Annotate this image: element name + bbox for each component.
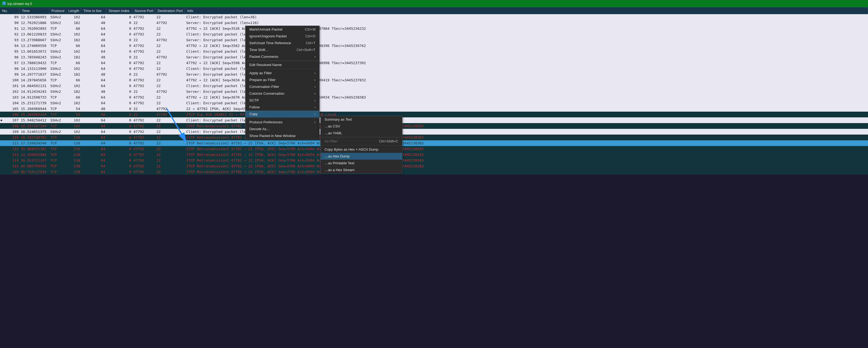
cell-ttl: 64 <box>81 15 106 19</box>
packet-row[interactable]: 10515.266968944TCP54480 224779222 → 4779… <box>0 106 868 112</box>
packet-row[interactable]: 8912.533386093SSHv2102640 4779222Client:… <box>0 14 868 20</box>
menu-item[interactable]: Conversation Filter› <box>246 83 319 90</box>
menu-item[interactable]: Edit Resolved Name <box>246 61 319 68</box>
menu-item[interactable]: Apply as Filter› <box>246 70 319 76</box>
col-sport[interactable]: Source Port <box>132 8 155 14</box>
menu-item[interactable]: SCTP› <box>246 97 319 104</box>
cell-ttl: 48 <box>81 107 106 111</box>
cell-length: 102 <box>66 118 81 122</box>
cell-info: [TCP Retransmission] 47792 → 22 [PSH, AC… <box>185 164 868 168</box>
menu-item[interactable]: Summary as Text <box>321 116 402 123</box>
packet-row[interactable]: 10114.684502131SSHv2102640 4779222Client… <box>0 83 868 89</box>
packet-row[interactable]: 10615.266969424TCP54480 2247792[TCP Dup … <box>0 112 868 117</box>
display-filter-bar[interactable]: tcp.stream eq 0 <box>0 0 868 7</box>
menu-item[interactable]: Mark/Unmark PacketCtrl+M <box>246 26 319 33</box>
menu-item[interactable]: Set/Unset Time ReferenceCtrl+T <box>246 40 319 46</box>
cell-sport: 47792 <box>132 170 155 174</box>
packet-row[interactable]: 11219.084025201TCP138640 4779222[TCP Ret… <box>0 146 868 152</box>
cell-time: 14.297771637 <box>20 72 49 76</box>
packet-row[interactable]: 9914.297771637SSHv2182480 2247792Server:… <box>0 71 868 77</box>
menu-item-label: Prepare as Filter <box>249 78 276 82</box>
packet-row[interactable]: 9713.786019432TCP66640 477922247792 → 22… <box>0 60 868 66</box>
cell-time: 22.336831984 <box>20 152 49 157</box>
filter-text[interactable]: tcp.stream eq 0 <box>7 2 32 6</box>
cell-protocol: SSHv2 <box>49 84 66 88</box>
packet-row[interactable]: 10314.912508733TCP66640 477922247792 → 2… <box>0 95 868 100</box>
menu-item[interactable]: Packet Comments› <box>246 53 319 60</box>
packet-row[interactable]: 11117.536834540TCP138640 4779222[TCP Ret… <box>0 140 868 146</box>
packet-row[interactable]: 9112.762092893TCP66640 477922247792 → 22… <box>0 26 868 31</box>
packet-context-menu[interactable]: Mark/Unmark PacketCtrl+MIgnore/Unignore … <box>245 26 319 139</box>
cell-length: 138 <box>66 164 81 168</box>
packet-row[interactable]: 10014.297845656TCP66640 477922247792 → 2… <box>0 77 868 83</box>
cell-stream: 0 <box>106 49 132 54</box>
packet-row[interactable]: 9313.273988667SSHv2182480 2247792Server:… <box>0 37 868 43</box>
cell-sport: 22 <box>132 38 155 42</box>
packet-row[interactable]: 9413.274060550TCP66640 477922247792 → 22… <box>0 43 868 48</box>
menu-item-label: Conversation Filter <box>249 84 279 89</box>
packet-row[interactable]: 10715.948258412SSHv2102640 4779222Client… <box>0 117 868 123</box>
packet-row[interactable]: 11322.336831984TCP138640 4779222[TCP Ret… <box>0 152 868 158</box>
menu-item[interactable]: …as CSV <box>321 123 402 130</box>
menu-item[interactable]: …as Hex Dump <box>321 153 402 160</box>
menu-item-label: Packet Comments <box>249 55 278 59</box>
packet-list[interactable]: 8912.533386093SSHv2102640 4779222Client:… <box>0 14 868 175</box>
cell-protocol: TCP <box>49 78 66 82</box>
menu-item[interactable]: Follow› <box>246 104 319 110</box>
cell-no: 94 <box>3 44 20 48</box>
menu-item[interactable]: Copy Bytes as Hex + ASCII Dump <box>321 146 402 153</box>
col-length[interactable]: Length <box>66 8 81 14</box>
cell-length: 138 <box>66 152 81 157</box>
packet-row[interactable]: 9012.762021886SSHv2182480 2247792Server:… <box>0 20 868 26</box>
col-stream[interactable]: Stream index <box>106 8 132 14</box>
packet-row[interactable]: 9814.133113900SSHv2102640 4779222Client:… <box>0 66 868 71</box>
packet-row[interactable]: 10214.912434243SSHv2182480 2247792Server… <box>0 89 868 95</box>
cell-sport: 47792 <box>132 84 155 88</box>
menu-item[interactable]: …as a Hex Stream <box>321 167 402 173</box>
col-info[interactable]: Info <box>185 8 868 14</box>
col-dport[interactable]: Destination Port <box>155 8 185 14</box>
menu-item[interactable]: Copy› <box>246 110 319 117</box>
menu-item[interactable]: …as YAML <box>321 130 402 136</box>
copy-submenu[interactable]: Summary as Text…as CSV…as YAMLAs FilterC… <box>320 116 402 174</box>
col-protocol[interactable]: Protocol <box>49 8 66 14</box>
packet-row[interactable]: 11428.523721197TCP138640 4779222[TCP Ret… <box>0 158 868 163</box>
packet-row[interactable]: 11016.743740702TCP138640 4779222[TCP Ret… <box>0 135 868 140</box>
menu-item[interactable]: Colorize Conversation› <box>246 90 319 97</box>
cell-length: 102 <box>66 32 81 36</box>
cell-ttl: 64 <box>81 78 106 82</box>
col-ttl[interactable]: Time to live <box>81 8 106 14</box>
menu-item[interactable]: Show Packet in New Window <box>246 132 319 139</box>
packet-row[interactable]: 9513.601653072SSHv2102640 4779222Client:… <box>0 48 868 54</box>
cell-stream: 0 <box>106 158 132 163</box>
menu-item[interactable]: Prepare as Filter› <box>246 76 319 83</box>
cell-length: 66 <box>66 44 81 48</box>
cell-no: 95 <box>3 49 20 54</box>
packet-row[interactable]: 10816.337267344TCP102640 4779222[TCP Ret… <box>0 123 868 129</box>
cell-stream: 0 <box>106 101 132 105</box>
cell-no: 102 <box>3 90 20 94</box>
packet-row[interactable]: 10916.524651375SSHv2102640 4779222Client… <box>0 129 868 135</box>
menu-item[interactable]: Protocol Preferences› <box>246 119 319 126</box>
cell-protocol: TCP <box>49 164 66 168</box>
packet-row[interactable]: 9613.785948243SSHv2182480 2247792Server:… <box>0 54 868 60</box>
cell-time: 12.762021886 <box>20 21 49 25</box>
packet-row[interactable]: 10415.231171739SSHv2102640 4779222Client… <box>0 100 868 106</box>
packet-row[interactable]: 9213.061220833SSHv2102640 4779222Client:… <box>0 31 868 37</box>
cell-sport: 47792 <box>132 164 155 168</box>
cell-sport: 22 <box>132 21 155 25</box>
col-no[interactable]: No. <box>0 8 20 14</box>
cell-dport: 47792 <box>155 112 185 116</box>
chevron-right-icon: › <box>314 55 315 59</box>
cell-length: 102 <box>66 15 81 19</box>
menu-item-label: Edit Resolved Name <box>249 63 282 67</box>
menu-item[interactable]: …as Printable Text <box>321 160 402 167</box>
cell-dport: 22 <box>155 135 185 139</box>
menu-item[interactable]: Ignore/Unignore PacketCtrl+D <box>246 33 319 40</box>
col-time[interactable]: Time <box>20 8 49 14</box>
packet-row[interactable]: 11666.710127934TCP138640 4779222[TCP Ret… <box>0 169 868 175</box>
menu-item[interactable]: Decode As… <box>246 126 319 132</box>
packet-row[interactable]: 11540.896794599TCP138640 4779222[TCP Ret… <box>0 163 868 169</box>
menu-item[interactable]: Time Shift…Ctrl+Shift+T <box>246 46 319 53</box>
menu-item-label: …as a Hex Stream <box>324 168 354 172</box>
